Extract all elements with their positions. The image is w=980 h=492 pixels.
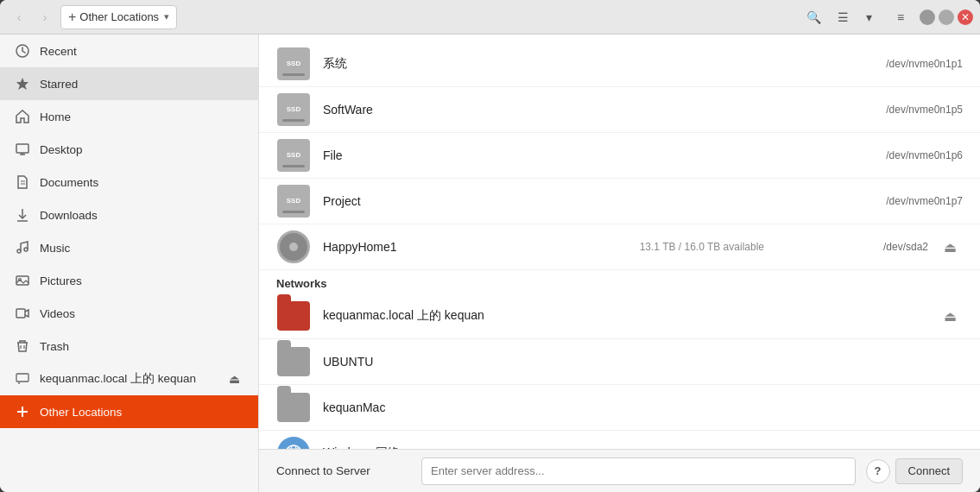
- sidebar-item-trash[interactable]: Trash: [0, 330, 258, 363]
- network-ubuntu-name: UBUNTU: [323, 355, 963, 369]
- svg-rect-13: [16, 309, 25, 318]
- chevron-down-icon: ▾: [866, 10, 872, 24]
- recent-icon: [14, 42, 31, 60]
- documents-label: Documents: [40, 176, 244, 189]
- svg-point-9: [17, 249, 21, 253]
- nav-buttons: ‹ ›: [7, 5, 57, 29]
- svg-rect-16: [16, 374, 28, 382]
- list-view-button[interactable]: ☰: [830, 5, 856, 29]
- titlebar-actions: 🔍 ☰ ▾ ≡: [800, 5, 916, 29]
- desktop-icon: [14, 141, 31, 158]
- hdd-icon-happyhome1: [276, 230, 311, 264]
- music-label: Music: [40, 242, 244, 255]
- hamburger-icon: ≡: [897, 10, 904, 24]
- sidebar-item-recent[interactable]: Recent: [0, 35, 258, 67]
- drive-software-path: /dev/nvme0n1p5: [825, 104, 963, 116]
- recent-label: Recent: [40, 45, 244, 58]
- sidebar-item-other-locations[interactable]: Other Locations: [0, 395, 258, 428]
- sidebar-item-home[interactable]: Home: [0, 100, 258, 133]
- drive-project-path: /dev/nvme0n1p7: [825, 195, 963, 207]
- list-icon: ☰: [838, 10, 849, 24]
- breadcrumb-label: Other Locations: [79, 10, 159, 23]
- eject-kequanmac-button[interactable]: ⏏: [224, 369, 244, 389]
- sidebar-item-desktop[interactable]: Desktop: [0, 133, 258, 166]
- ssd-icon-software: SSD: [276, 92, 311, 127]
- main-content: Recent Starred Home Desktop: [0, 35, 980, 492]
- eject-kequanmac-network-button[interactable]: ⏏: [937, 303, 963, 329]
- close-button[interactable]: ✕: [958, 9, 973, 25]
- drive-file-path: /dev/nvme0n1p6: [825, 149, 963, 161]
- connect-to-server-bar: Connect to Server ? Connect: [259, 449, 980, 492]
- drive-sys-name: 系统: [323, 56, 825, 72]
- sidebar-item-music[interactable]: Music: [0, 231, 258, 264]
- back-button[interactable]: ‹: [7, 5, 31, 29]
- svg-rect-2: [16, 144, 28, 153]
- videos-icon: [14, 305, 31, 322]
- svg-rect-11: [16, 276, 28, 285]
- videos-label: Videos: [40, 307, 244, 320]
- drive-software-name: SoftWare: [323, 103, 825, 117]
- drive-software[interactable]: SSD SoftWare /dev/nvme0n1p5: [259, 87, 980, 133]
- search-icon: 🔍: [806, 10, 821, 24]
- downloads-icon: [14, 206, 31, 224]
- drive-happyhome1-name: HappyHome1: [323, 240, 640, 254]
- forward-button[interactable]: ›: [33, 5, 57, 29]
- svg-marker-1: [16, 78, 28, 90]
- sidebar-item-videos[interactable]: Videos: [0, 297, 258, 330]
- menu-button[interactable]: ≡: [885, 5, 916, 29]
- globe-icon: [276, 436, 311, 449]
- view-toggle-group: ☰ ▾: [830, 5, 882, 29]
- sidebar-item-downloads[interactable]: Downloads: [0, 199, 258, 231]
- drive-project-name: Project: [323, 194, 825, 208]
- connect-button[interactable]: Connect: [895, 458, 963, 484]
- pictures-icon: [14, 272, 31, 289]
- drive-happyhome1[interactable]: HappyHome1 13.1 TB / 16.0 TB available /…: [259, 224, 980, 270]
- desktop-label: Desktop: [40, 143, 244, 156]
- network-kequanmac2[interactable]: kequanMac: [259, 385, 980, 431]
- drive-sys[interactable]: SSD 系统 /dev/nvme0n1p1: [259, 41, 980, 87]
- question-mark-icon: ?: [875, 464, 882, 477]
- plus-icon: +: [68, 9, 76, 25]
- drive-file-name: File: [323, 148, 825, 162]
- help-button[interactable]: ?: [866, 459, 890, 483]
- view-dropdown-button[interactable]: ▾: [856, 5, 882, 29]
- downloads-label: Downloads: [40, 209, 244, 222]
- starred-label: Starred: [40, 78, 244, 91]
- sidebar-item-starred[interactable]: Starred: [0, 67, 258, 100]
- svg-point-17: [18, 382, 20, 384]
- drive-file[interactable]: SSD File /dev/nvme0n1p6: [259, 133, 980, 179]
- search-button[interactable]: 🔍: [800, 5, 826, 29]
- sidebar-item-kequanmac[interactable]: kequanmac.local 上的 kequan ⏏: [0, 363, 258, 395]
- sidebar-item-pictures[interactable]: Pictures: [0, 264, 258, 297]
- drive-sys-path: /dev/nvme0n1p1: [825, 58, 963, 70]
- server-address-input[interactable]: [421, 457, 856, 485]
- networks-header: Networks: [259, 270, 980, 293]
- network-kequanmac[interactable]: kequanmac.local 上的 kequan ⏏: [259, 293, 980, 339]
- network-ubuntu[interactable]: UBUNTU: [259, 339, 980, 385]
- home-icon: [14, 108, 31, 125]
- eject-happyhome1-button[interactable]: ⏏: [937, 234, 963, 260]
- red-folder-icon: [276, 299, 311, 333]
- minimize-button[interactable]: −: [920, 9, 935, 25]
- file-manager-window: ‹ › + Other Locations ▾ 🔍 ☰ ▾ ≡: [0, 0, 980, 492]
- sidebar-item-documents[interactable]: Documents: [0, 166, 258, 199]
- trash-icon: [14, 337, 31, 355]
- titlebar: ‹ › + Other Locations ▾ 🔍 ☰ ▾ ≡: [0, 0, 980, 35]
- window-controls: − □ ✕: [920, 9, 973, 25]
- network-windows[interactable]: Windows 网络: [259, 431, 980, 449]
- network-kequanmac2-name: kequanMac: [323, 401, 963, 414]
- drive-happyhome1-path: /dev/sda2: [790, 241, 928, 253]
- ssd-icon-project: SSD: [276, 184, 311, 218]
- ssd-icon-sys: SSD: [276, 47, 311, 81]
- home-label: Home: [40, 110, 244, 123]
- kequanmac-label: kequanmac.local 上的 kequan: [40, 371, 224, 387]
- network-kequanmac-name: kequanmac.local 上的 kequan: [323, 308, 928, 324]
- pictures-label: Pictures: [40, 274, 244, 287]
- drive-project[interactable]: SSD Project /dev/nvme0n1p7: [259, 179, 980, 224]
- maximize-button[interactable]: □: [939, 9, 954, 25]
- connect-label: Connect to Server: [276, 464, 414, 477]
- file-area: SSD 系统 /dev/nvme0n1p1 SSD SoftWare /dev/…: [259, 35, 980, 449]
- network-icon: [14, 370, 31, 388]
- breadcrumb[interactable]: + Other Locations ▾: [60, 5, 177, 29]
- other-locations-label: Other Locations: [40, 406, 244, 419]
